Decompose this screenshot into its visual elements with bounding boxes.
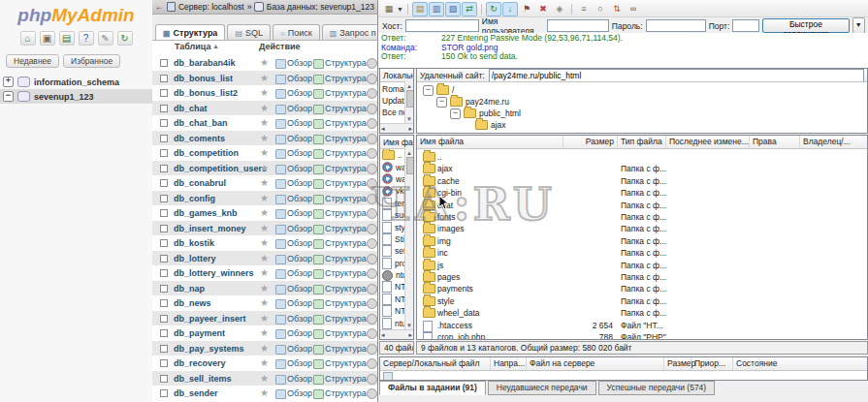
browse-link[interactable]: Обзор — [287, 254, 312, 263]
tree-expander-icon[interactable]: − — [450, 108, 461, 119]
tree-item-sevenup1_123[interactable]: −sevenup1_123 — [0, 89, 152, 104]
table-name-link[interactable]: db_bonus_list2 — [174, 88, 238, 98]
transfer-queue-toggle-icon[interactable]: ⇄ — [462, 2, 477, 16]
table-row[interactable]: db_insert_money★ОбзорСтруктура — [152, 221, 377, 236]
more-action-icon[interactable] — [367, 74, 377, 84]
structure-link[interactable]: Структура — [325, 194, 367, 203]
structure-link[interactable]: Структура — [325, 328, 367, 338]
structure-link[interactable]: Структура — [325, 208, 367, 218]
table-row[interactable]: db_competition★ОбзорСтруктура — [152, 145, 377, 161]
delete-icon[interactable]: ✖ — [535, 2, 551, 16]
nav-tab-favorites[interactable]: Избранное — [63, 54, 120, 68]
collapse-arrow[interactable]: ← — [155, 2, 164, 12]
favorite-star-icon[interactable]: ★ — [260, 163, 269, 173]
browse-link[interactable]: Обзор — [287, 388, 312, 398]
more-action-icon[interactable] — [367, 314, 377, 325]
table-row[interactable]: db_coments★ОбзорСтруктура — [152, 131, 377, 146]
table-name-link[interactable]: db_chat_ban — [174, 118, 228, 128]
more-action-icon[interactable] — [367, 88, 377, 99]
browse-link[interactable]: Обзор — [287, 178, 312, 188]
row-checkbox[interactable] — [160, 135, 168, 142]
remote-tree-toggle-icon[interactable]: ▨ — [445, 2, 461, 16]
remote-file-row[interactable]: styleПапка с ф... — [417, 295, 867, 307]
remote-tree-item[interactable]: ajax — [417, 119, 867, 131]
site-manager-dropdown-icon[interactable]: ▼ — [397, 6, 403, 13]
process-queue-icon[interactable]: ↓ — [502, 2, 518, 16]
more-action-icon[interactable] — [367, 134, 377, 144]
row-checkbox[interactable] — [160, 239, 168, 247]
browse-link[interactable]: Обзор — [287, 134, 312, 143]
structure-link[interactable]: Структура — [325, 268, 367, 278]
remote-file-row[interactable]: ajaxПапка с ф... — [417, 163, 867, 174]
tab-запрос п[interactable]: ▥Запрос п — [322, 24, 377, 40]
table-row[interactable]: db_competition_users★ОбзорСтруктура — [152, 161, 377, 176]
favorite-star-icon[interactable]: ★ — [260, 177, 269, 188]
logout-icon[interactable]: ▣ — [40, 31, 55, 46]
host-input[interactable] — [405, 19, 479, 32]
local-tree-toggle-icon[interactable]: ▥ — [429, 2, 444, 16]
more-action-icon[interactable] — [367, 164, 377, 174]
row-checkbox[interactable] — [160, 329, 168, 337]
favorite-star-icon[interactable]: ★ — [260, 237, 269, 248]
row-checkbox[interactable] — [160, 179, 168, 187]
table-row[interactable]: db_bonus_list★ОбзорСтруктура — [152, 71, 377, 86]
more-action-icon[interactable] — [367, 238, 377, 249]
remote-file-row[interactable]: cacheПапка с ф... — [417, 175, 867, 187]
structure-link[interactable]: Структура — [325, 298, 367, 308]
tree-expander-icon[interactable]: + — [3, 77, 14, 87]
remote-tree-item[interactable]: −pay24me.ru — [417, 96, 867, 108]
table-name-link[interactable]: db_news — [174, 298, 211, 308]
synchronized-browsing-icon[interactable]: ⇅ — [609, 2, 625, 16]
browse-link[interactable]: Обзор — [287, 194, 312, 203]
browse-link[interactable]: Обзор — [287, 358, 312, 368]
tab-структура[interactable]: ▦Структура — [155, 24, 225, 40]
row-checkbox[interactable] — [160, 375, 168, 383]
more-action-icon[interactable] — [367, 224, 377, 234]
row-checkbox[interactable] — [160, 359, 168, 367]
local-list-scrollbar[interactable]: ▲▼ — [404, 148, 413, 330]
table-row[interactable]: db_kostik★ОбзорСтруктура — [152, 235, 377, 251]
more-action-icon[interactable] — [367, 284, 377, 294]
table-row[interactable]: db_conabrul★ОбзорСтруктура — [152, 175, 377, 191]
browse-link[interactable]: Обзор — [287, 74, 312, 83]
table-name-link[interactable]: db_config — [174, 194, 215, 203]
table-name-link[interactable]: db_recovery — [174, 358, 226, 368]
remote-column-header[interactable]: Имя файла — [417, 136, 464, 148]
port-input[interactable] — [732, 19, 759, 32]
table-name-link[interactable]: db_games_knb — [174, 208, 238, 218]
more-action-icon[interactable] — [367, 118, 377, 129]
browse-link[interactable]: Обзор — [287, 374, 312, 384]
row-checkbox[interactable] — [160, 345, 168, 353]
browse-link[interactable]: Обзор — [287, 328, 312, 338]
favorite-star-icon[interactable]: ★ — [260, 193, 269, 203]
row-checkbox[interactable] — [160, 59, 168, 67]
home-icon[interactable]: ⌂ — [20, 31, 36, 46]
table-row[interactable]: db_lottery★ОбзорСтруктура — [152, 251, 377, 266]
breadcrumb-database[interactable]: База данных: sevenup1_123 — [267, 2, 374, 12]
table-name-link[interactable]: db_conabrul — [174, 178, 226, 188]
more-action-icon[interactable] — [367, 358, 377, 369]
more-action-icon[interactable] — [367, 194, 377, 204]
favorite-star-icon[interactable]: ★ — [260, 73, 269, 83]
row-checkbox[interactable] — [160, 149, 168, 157]
remote-file-row[interactable]: .htaccess2 654Файл "HT... — [417, 320, 867, 331]
structure-link[interactable]: Структура — [325, 58, 367, 68]
favorite-star-icon[interactable]: ★ — [260, 147, 269, 158]
remote-file-row[interactable]: pagesПапка с ф... — [417, 271, 867, 283]
table-row[interactable]: db_config★ОбзорСтруктура — [152, 191, 377, 206]
table-row[interactable]: db_games_knb★ОбзорСтруктура — [152, 205, 377, 221]
table-name-link[interactable]: db_competition — [174, 148, 239, 158]
more-action-icon[interactable] — [367, 104, 377, 114]
row-checkbox[interactable] — [160, 225, 168, 232]
table-name-link[interactable]: db_baraban4ik — [174, 58, 236, 68]
remote-file-row[interactable]: wheel_dataПапка с ф... — [417, 307, 867, 319]
browse-link[interactable]: Обзор — [287, 298, 312, 308]
queue-tab-2[interactable]: Успешные передачи (574) — [598, 381, 716, 395]
remote-file-row[interactable]: incПапка с ф... — [417, 247, 867, 259]
sort-arrow-icon[interactable]: ▲ — [212, 43, 219, 49]
structure-link[interactable]: Структура — [325, 104, 367, 113]
row-checkbox[interactable] — [160, 285, 168, 293]
table-name-link[interactable]: db_kostik — [174, 238, 214, 248]
favorite-star-icon[interactable]: ★ — [260, 327, 269, 338]
tab-поиск[interactable]: ○Поиск — [273, 24, 320, 40]
